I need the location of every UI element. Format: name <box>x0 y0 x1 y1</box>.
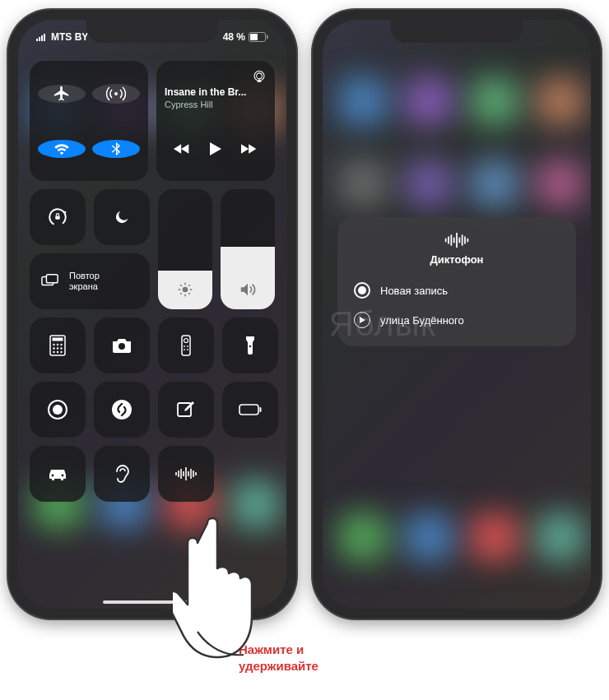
screen-record-icon <box>47 399 68 420</box>
svg-line-21 <box>188 285 190 286</box>
svg-point-38 <box>187 345 188 347</box>
svg-rect-1 <box>39 37 40 41</box>
screen-record-button[interactable] <box>30 382 86 438</box>
svg-rect-6 <box>267 35 268 39</box>
voice-memo-icon <box>443 232 471 248</box>
svg-point-41 <box>249 345 252 348</box>
media-artist: Cypress Hill <box>165 100 213 109</box>
hearing-icon <box>113 463 131 484</box>
signal-icon <box>36 33 48 41</box>
svg-rect-13 <box>46 275 58 283</box>
antenna-icon <box>106 84 126 104</box>
panel-title: Диктофон <box>430 253 484 266</box>
recording-item[interactable]: улица Будённого <box>351 305 563 335</box>
cellular-toggle[interactable] <box>92 84 140 104</box>
hearing-button[interactable] <box>94 446 150 502</box>
brightness-icon <box>177 281 193 298</box>
remote-icon <box>181 335 191 356</box>
flashlight-icon <box>244 335 256 356</box>
svg-point-9 <box>257 73 263 79</box>
moon-icon <box>113 208 131 226</box>
svg-point-30 <box>60 347 62 349</box>
svg-point-43 <box>53 405 63 415</box>
connectivity-group[interactable] <box>30 61 148 181</box>
bluetooth-icon <box>108 140 124 158</box>
car-button[interactable] <box>30 446 86 502</box>
camera-button[interactable] <box>94 318 150 373</box>
camera-icon <box>111 337 132 354</box>
hand-pointer-icon <box>173 510 288 666</box>
svg-rect-5 <box>250 34 258 40</box>
svg-point-28 <box>53 347 54 349</box>
svg-point-39 <box>184 349 185 350</box>
voice-memo-button[interactable] <box>158 446 214 502</box>
new-recording-item[interactable]: Новая запись <box>351 276 563 305</box>
volume-slider[interactable] <box>221 189 275 309</box>
svg-rect-46 <box>239 405 258 415</box>
play-icon[interactable] <box>210 142 221 155</box>
svg-point-29 <box>57 347 58 349</box>
carrier-label: MTS BY <box>51 31 88 43</box>
svg-point-25 <box>53 344 54 345</box>
low-power-button[interactable] <box>222 382 278 438</box>
car-icon <box>46 466 69 481</box>
screen-mirror-label: Повтор экрана <box>69 271 100 292</box>
svg-point-27 <box>60 344 62 345</box>
record-dot-icon <box>354 282 370 299</box>
shazam-icon <box>111 399 132 420</box>
battery-icon <box>249 32 268 42</box>
svg-line-20 <box>188 293 190 294</box>
play-circle-icon <box>354 312 370 328</box>
svg-point-34 <box>119 343 125 350</box>
calculator-icon <box>49 335 66 356</box>
svg-point-48 <box>52 475 54 477</box>
svg-line-19 <box>180 285 182 286</box>
calculator-button[interactable] <box>30 318 86 373</box>
low-power-icon <box>239 404 262 415</box>
screen-mirroring-button[interactable]: Повтор экрана <box>30 253 150 309</box>
do-not-disturb-button[interactable] <box>94 189 150 245</box>
svg-point-37 <box>184 345 185 347</box>
media-title: Insane in the Br... <box>165 86 267 98</box>
airplay-icon[interactable] <box>252 69 267 84</box>
brightness-slider[interactable] <box>158 189 212 309</box>
airplane-icon <box>53 85 71 103</box>
rewind-icon[interactable] <box>174 142 190 155</box>
media-controls[interactable]: Insane in the Br... Cypress Hill <box>156 61 275 181</box>
svg-point-33 <box>60 351 62 353</box>
svg-point-14 <box>183 287 188 293</box>
airplane-toggle[interactable] <box>38 85 86 103</box>
item-label: Новая запись <box>380 285 448 297</box>
svg-rect-47 <box>260 407 262 412</box>
notch <box>86 20 218 43</box>
shazam-button[interactable] <box>94 382 150 438</box>
compose-button[interactable] <box>158 382 214 438</box>
svg-point-36 <box>184 339 188 343</box>
svg-point-7 <box>114 92 118 95</box>
remote-button[interactable] <box>158 318 214 373</box>
notch <box>391 20 523 43</box>
svg-point-26 <box>57 344 58 345</box>
compose-icon <box>176 400 196 420</box>
voice-memo-icon <box>174 466 198 481</box>
screen-right: Диктофон Новая запись улица Будённого <box>323 20 591 609</box>
flashlight-button[interactable] <box>222 318 278 373</box>
wifi-icon <box>53 140 71 158</box>
bluetooth-toggle[interactable] <box>92 140 140 158</box>
forward-icon[interactable] <box>241 142 258 155</box>
svg-point-31 <box>53 351 54 353</box>
rotation-lock-button[interactable] <box>30 189 86 245</box>
item-label: улица Будённого <box>380 314 464 327</box>
battery-percent: 48 % <box>223 31 245 43</box>
phone-frame-right: Диктофон Новая запись улица Будённого <box>313 10 601 619</box>
svg-line-22 <box>180 293 182 294</box>
voice-memo-panel: Диктофон Новая запись улица Будённого <box>337 217 576 346</box>
svg-rect-3 <box>44 34 45 41</box>
wifi-toggle[interactable] <box>38 140 86 158</box>
shortcut-grid <box>30 318 275 502</box>
svg-point-44 <box>112 400 132 420</box>
svg-rect-24 <box>53 338 63 341</box>
screen-mirror-icon <box>41 273 59 290</box>
svg-point-49 <box>62 475 64 477</box>
svg-rect-0 <box>36 39 38 41</box>
